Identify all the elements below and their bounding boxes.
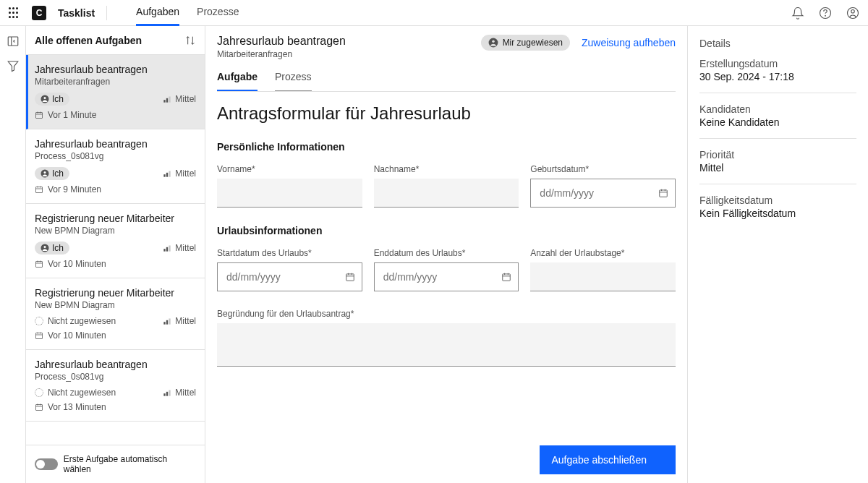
task-detail-title: Jahresurlaub beantragen — [217, 35, 346, 48]
svg-rect-21 — [36, 187, 43, 193]
svg-rect-43 — [169, 390, 171, 396]
task-item-title: Registrierung neuer Mitarbeiter — [35, 287, 196, 299]
task-item[interactable]: Registrierung neuer Mitarbeiter New BPMN… — [26, 278, 205, 350]
task-item-title: Jahresurlaub beantragen — [35, 64, 196, 75]
label-days: Anzahl der Urlaubstage* — [530, 248, 676, 258]
svg-rect-18 — [164, 174, 166, 177]
label-birthdate: Geburtsdatum* — [530, 164, 676, 174]
filter-icon[interactable] — [7, 59, 20, 72]
details-due-value: Kein Fälligkeitsdatum — [699, 208, 856, 219]
svg-rect-20 — [169, 171, 171, 177]
details-heading: Details — [699, 38, 856, 49]
assigned-badge: Mir zugewiesen — [481, 35, 570, 51]
task-item[interactable]: Jahresurlaub beantragen Process_0s081vg … — [26, 350, 205, 422]
unassign-link[interactable]: Zuweisung aufheben — [582, 37, 676, 48]
svg-point-8 — [44, 97, 46, 99]
sort-icon[interactable] — [184, 35, 196, 46]
assignee-chip: Ich — [35, 167, 69, 180]
help-icon[interactable] — [819, 7, 832, 20]
details-priority-value: Mittel — [699, 162, 856, 174]
priority-chip: Mittel — [162, 316, 196, 326]
tab-prozesse[interactable]: Prozesse — [197, 0, 239, 26]
task-item-time: Vor 10 Minuten — [35, 259, 196, 269]
details-panel: Details Erstellungsdatum 30 Sep. 2024 - … — [687, 26, 868, 483]
tab-aufgaben[interactable]: Aufgaben — [136, 0, 179, 26]
svg-rect-12 — [36, 113, 43, 119]
task-item-title: Jahresurlaub beantragen — [35, 138, 196, 150]
task-item[interactable]: Registrierung neuer Mitarbeiter New BPMN… — [26, 204, 205, 278]
task-item-subtitle: Process_0s081vg — [35, 372, 196, 382]
svg-rect-30 — [36, 262, 43, 268]
assignee-unassigned: Nicht zugewiesen — [35, 316, 116, 326]
task-item-time: Vor 9 Minuten — [35, 184, 196, 195]
svg-rect-36 — [169, 319, 171, 325]
task-item[interactable]: Jahresurlaub beantragen Mitarbeiteranfra… — [26, 55, 205, 129]
submit-button[interactable]: Aufgabe abschließen — [540, 445, 676, 474]
assignee-chip: Ich — [35, 241, 69, 255]
notification-icon[interactable] — [791, 7, 804, 20]
details-candidates-label: Kandidaten — [699, 103, 856, 115]
svg-point-17 — [44, 171, 46, 174]
task-item-title: Registrierung neuer Mitarbeiter — [35, 213, 196, 224]
input-lastname[interactable] — [374, 179, 519, 208]
tab-prozess[interactable]: Prozess — [275, 71, 312, 91]
task-list: Alle offenen Aufgaben Jahresurlaub beant… — [26, 26, 205, 483]
priority-chip: Mittel — [162, 243, 196, 253]
details-candidates-value: Keine Kandidaten — [699, 116, 856, 128]
details-due-label: Fälligkeitsdatum — [699, 195, 856, 206]
svg-rect-35 — [166, 320, 168, 325]
dotted-circle-icon — [35, 317, 43, 325]
svg-rect-34 — [164, 322, 166, 325]
details-creation-label: Erstellungsdatum — [699, 58, 856, 69]
task-item-subtitle: New BPMN Diagram — [35, 300, 196, 310]
app-switcher-icon[interactable] — [9, 7, 20, 19]
app-header: C Tasklist Aufgaben Prozesse — [0, 0, 868, 26]
input-startdate[interactable] — [217, 262, 362, 291]
task-item-subtitle: Process_0s081vg — [35, 151, 196, 161]
sidebar-icons — [0, 26, 26, 483]
svg-rect-9 — [164, 100, 166, 103]
panel-collapse-icon[interactable] — [7, 35, 20, 48]
svg-rect-41 — [164, 393, 166, 396]
details-priority-label: Priorität — [699, 149, 856, 161]
svg-rect-27 — [164, 249, 166, 252]
input-enddate[interactable] — [374, 262, 519, 291]
label-reason: Begründung für den Urlaubsantrag* — [217, 309, 676, 319]
label-startdate: Startdatum des Urlaubs* — [217, 248, 362, 258]
svg-rect-28 — [166, 247, 168, 252]
priority-chip: Mittel — [162, 388, 196, 398]
task-item[interactable]: Jahresurlaub beantragen Process_0s081vg … — [26, 129, 205, 204]
auto-select-toggle[interactable] — [35, 458, 58, 470]
dotted-circle-icon — [35, 388, 43, 397]
task-detail-subtitle: Mitarbeiteranfragen — [217, 49, 346, 59]
svg-rect-44 — [36, 405, 43, 411]
task-item-time: Vor 10 Minuten — [35, 330, 196, 341]
section-vacation: Urlaubsinformationen — [217, 225, 676, 236]
task-item-time: Vor 13 Minuten — [35, 402, 196, 412]
tab-aufgabe[interactable]: Aufgabe — [217, 71, 258, 91]
details-creation-value: 30 Sep. 2024 - 17:18 — [699, 71, 856, 82]
app-logo: C — [32, 6, 46, 20]
assignee-chip: Ich — [35, 93, 69, 106]
task-item-title: Jahresurlaub beantragen — [35, 359, 196, 370]
svg-rect-37 — [36, 333, 43, 339]
assignee-unassigned: Nicht zugewiesen — [35, 388, 116, 398]
svg-marker-6 — [8, 61, 18, 72]
svg-rect-11 — [169, 97, 171, 103]
label-enddate: Enddatum des Urlaubs* — [374, 248, 519, 258]
svg-rect-29 — [169, 246, 171, 252]
auto-select-label: Erste Aufgabe automatisch wählen — [64, 454, 196, 474]
priority-chip: Mittel — [162, 94, 196, 104]
app-title: Tasklist — [58, 7, 95, 19]
label-lastname: Nachname* — [374, 164, 519, 174]
input-firstname[interactable] — [217, 179, 362, 208]
label-firstname: Vorname* — [217, 164, 362, 174]
user-icon[interactable] — [846, 7, 859, 20]
input-birthdate[interactable] — [530, 179, 676, 208]
svg-rect-42 — [166, 392, 168, 396]
input-reason[interactable] — [217, 323, 676, 367]
input-days[interactable] — [530, 262, 676, 291]
task-item-subtitle: New BPMN Diagram — [35, 226, 196, 236]
svg-point-1 — [825, 15, 826, 16]
svg-point-3 — [851, 9, 855, 13]
